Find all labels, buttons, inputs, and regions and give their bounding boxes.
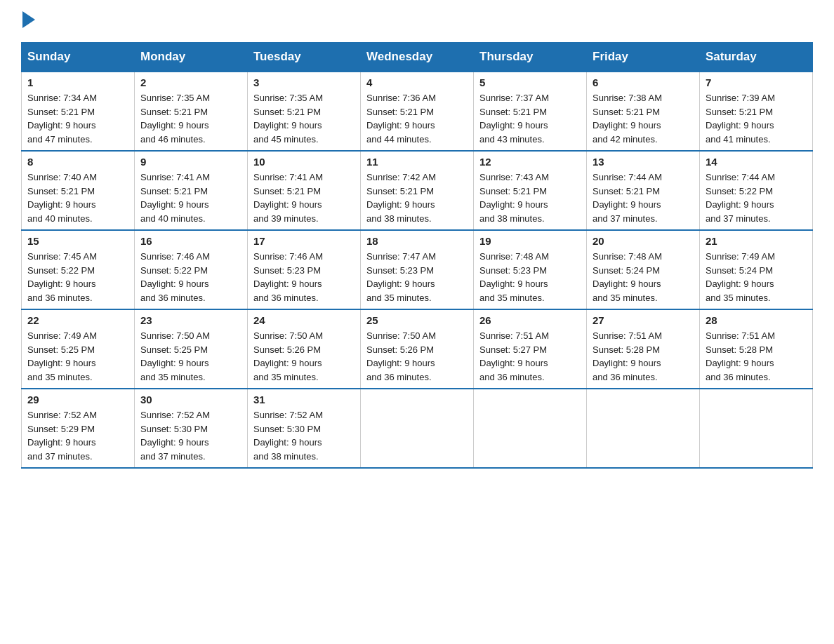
day-info: Sunrise: 7:50 AMSunset: 5:25 PMDaylight:…	[140, 329, 241, 384]
day-info: Sunrise: 7:52 AMSunset: 5:30 PMDaylight:…	[253, 408, 355, 463]
calendar-cell-w4d6	[700, 389, 813, 468]
day-info: Sunrise: 7:45 AMSunset: 5:22 PMDaylight:…	[27, 250, 128, 304]
day-number: 13	[593, 156, 694, 168]
day-number: 14	[706, 156, 807, 168]
day-number: 22	[27, 314, 128, 326]
day-number: 25	[366, 314, 468, 326]
calendar-cell-w3d0: 22Sunrise: 7:49 AMSunset: 5:25 PMDayligh…	[22, 309, 135, 389]
day-number: 31	[253, 394, 355, 405]
day-info: Sunrise: 7:51 AMSunset: 5:28 PMDaylight:…	[706, 329, 807, 384]
calendar-cell-w0d4: 5Sunrise: 7:37 AMSunset: 5:21 PMDaylight…	[474, 72, 587, 151]
calendar-cell-w1d3: 11Sunrise: 7:42 AMSunset: 5:21 PMDayligh…	[361, 151, 474, 230]
day-info: Sunrise: 7:39 AMSunset: 5:21 PMDaylight:…	[706, 91, 807, 146]
day-info: Sunrise: 7:35 AMSunset: 5:21 PMDaylight:…	[253, 91, 355, 146]
calendar-header-friday: Friday	[587, 43, 700, 72]
day-info: Sunrise: 7:42 AMSunset: 5:21 PMDaylight:…	[366, 170, 468, 225]
calendar-header-sunday: Sunday	[22, 43, 135, 72]
day-info: Sunrise: 7:34 AMSunset: 5:21 PMDaylight:…	[27, 91, 128, 146]
day-info: Sunrise: 7:44 AMSunset: 5:22 PMDaylight:…	[706, 170, 807, 225]
day-info: Sunrise: 7:46 AMSunset: 5:23 PMDaylight:…	[253, 250, 355, 304]
calendar-cell-w1d0: 8Sunrise: 7:40 AMSunset: 5:21 PMDaylight…	[22, 151, 135, 230]
day-number: 19	[479, 235, 581, 247]
calendar-header-wednesday: Wednesday	[361, 43, 474, 72]
day-info: Sunrise: 7:40 AMSunset: 5:21 PMDaylight:…	[27, 170, 128, 225]
calendar-header-thursday: Thursday	[474, 43, 587, 72]
calendar-cell-w4d5	[587, 389, 700, 468]
calendar-cell-w2d1: 16Sunrise: 7:46 AMSunset: 5:22 PMDayligh…	[135, 230, 248, 309]
calendar-cell-w1d1: 9Sunrise: 7:41 AMSunset: 5:21 PMDaylight…	[135, 151, 248, 230]
day-number: 27	[593, 314, 694, 326]
day-number: 9	[140, 156, 241, 168]
calendar-cell-w3d5: 27Sunrise: 7:51 AMSunset: 5:28 PMDayligh…	[587, 309, 700, 389]
day-number: 21	[706, 235, 807, 247]
day-info: Sunrise: 7:48 AMSunset: 5:24 PMDaylight:…	[593, 250, 694, 304]
calendar-header-tuesday: Tuesday	[248, 43, 361, 72]
calendar-week-row-2: 8Sunrise: 7:40 AMSunset: 5:21 PMDaylight…	[22, 151, 813, 230]
day-number: 28	[706, 314, 807, 326]
day-number: 1	[27, 76, 128, 88]
calendar-cell-w3d1: 23Sunrise: 7:50 AMSunset: 5:25 PMDayligh…	[135, 309, 248, 389]
day-number: 26	[479, 314, 581, 326]
day-info: Sunrise: 7:47 AMSunset: 5:23 PMDaylight:…	[366, 250, 468, 304]
day-number: 6	[593, 76, 694, 88]
calendar-week-row-4: 22Sunrise: 7:49 AMSunset: 5:25 PMDayligh…	[22, 309, 813, 389]
calendar-cell-w2d0: 15Sunrise: 7:45 AMSunset: 5:22 PMDayligh…	[22, 230, 135, 309]
day-info: Sunrise: 7:36 AMSunset: 5:21 PMDaylight:…	[366, 91, 468, 146]
day-number: 10	[253, 156, 355, 168]
calendar-cell-w4d2: 31Sunrise: 7:52 AMSunset: 5:30 PMDayligh…	[248, 389, 361, 468]
day-number: 24	[253, 314, 355, 326]
calendar-cell-w2d4: 19Sunrise: 7:48 AMSunset: 5:23 PMDayligh…	[474, 230, 587, 309]
day-info: Sunrise: 7:37 AMSunset: 5:21 PMDaylight:…	[479, 91, 581, 146]
day-number: 8	[27, 156, 128, 168]
day-number: 15	[27, 235, 128, 247]
day-number: 17	[253, 235, 355, 247]
calendar-cell-w2d5: 20Sunrise: 7:48 AMSunset: 5:24 PMDayligh…	[587, 230, 700, 309]
day-info: Sunrise: 7:51 AMSunset: 5:28 PMDaylight:…	[593, 329, 694, 384]
day-number: 30	[140, 394, 241, 405]
day-number: 16	[140, 235, 241, 247]
calendar-week-row-5: 29Sunrise: 7:52 AMSunset: 5:29 PMDayligh…	[22, 389, 813, 468]
day-info: Sunrise: 7:44 AMSunset: 5:21 PMDaylight:…	[593, 170, 694, 225]
day-info: Sunrise: 7:48 AMSunset: 5:23 PMDaylight:…	[479, 250, 581, 304]
day-number: 5	[479, 76, 581, 88]
day-info: Sunrise: 7:35 AMSunset: 5:21 PMDaylight:…	[140, 91, 241, 146]
calendar-cell-w0d2: 3Sunrise: 7:35 AMSunset: 5:21 PMDaylight…	[248, 72, 361, 151]
day-number: 20	[593, 235, 694, 247]
calendar-cell-w0d0: 1Sunrise: 7:34 AMSunset: 5:21 PMDaylight…	[22, 72, 135, 151]
day-number: 7	[706, 76, 807, 88]
day-number: 18	[366, 235, 468, 247]
calendar-week-row-1: 1Sunrise: 7:34 AMSunset: 5:21 PMDaylight…	[22, 72, 813, 151]
day-number: 29	[27, 394, 128, 405]
calendar-week-row-3: 15Sunrise: 7:45 AMSunset: 5:22 PMDayligh…	[22, 230, 813, 309]
calendar-cell-w2d6: 21Sunrise: 7:49 AMSunset: 5:24 PMDayligh…	[700, 230, 813, 309]
calendar-cell-w3d3: 25Sunrise: 7:50 AMSunset: 5:26 PMDayligh…	[361, 309, 474, 389]
calendar-cell-w1d5: 13Sunrise: 7:44 AMSunset: 5:21 PMDayligh…	[587, 151, 700, 230]
day-info: Sunrise: 7:52 AMSunset: 5:30 PMDaylight:…	[140, 408, 241, 463]
day-info: Sunrise: 7:50 AMSunset: 5:26 PMDaylight:…	[366, 329, 468, 384]
calendar-cell-w3d4: 26Sunrise: 7:51 AMSunset: 5:27 PMDayligh…	[474, 309, 587, 389]
logo-arrow-icon	[22, 11, 35, 28]
day-info: Sunrise: 7:43 AMSunset: 5:21 PMDaylight:…	[479, 170, 581, 225]
calendar-cell-w3d6: 28Sunrise: 7:51 AMSunset: 5:28 PMDayligh…	[700, 309, 813, 389]
day-info: Sunrise: 7:49 AMSunset: 5:25 PMDaylight:…	[27, 329, 128, 384]
page-header	[21, 14, 813, 28]
calendar-table: SundayMondayTuesdayWednesdayThursdayFrid…	[21, 42, 813, 469]
day-number: 23	[140, 314, 241, 326]
day-info: Sunrise: 7:49 AMSunset: 5:24 PMDaylight:…	[706, 250, 807, 304]
calendar-cell-w4d0: 29Sunrise: 7:52 AMSunset: 5:29 PMDayligh…	[22, 389, 135, 468]
day-info: Sunrise: 7:52 AMSunset: 5:29 PMDaylight:…	[27, 408, 128, 463]
day-number: 11	[366, 156, 468, 168]
calendar-cell-w2d3: 18Sunrise: 7:47 AMSunset: 5:23 PMDayligh…	[361, 230, 474, 309]
day-info: Sunrise: 7:38 AMSunset: 5:21 PMDaylight:…	[593, 91, 694, 146]
calendar-cell-w0d1: 2Sunrise: 7:35 AMSunset: 5:21 PMDaylight…	[135, 72, 248, 151]
calendar-cell-w2d2: 17Sunrise: 7:46 AMSunset: 5:23 PMDayligh…	[248, 230, 361, 309]
day-info: Sunrise: 7:46 AMSunset: 5:22 PMDaylight:…	[140, 250, 241, 304]
day-info: Sunrise: 7:50 AMSunset: 5:26 PMDaylight:…	[253, 329, 355, 384]
calendar-cell-w4d1: 30Sunrise: 7:52 AMSunset: 5:30 PMDayligh…	[135, 389, 248, 468]
calendar-cell-w1d4: 12Sunrise: 7:43 AMSunset: 5:21 PMDayligh…	[474, 151, 587, 230]
calendar-cell-w0d5: 6Sunrise: 7:38 AMSunset: 5:21 PMDaylight…	[587, 72, 700, 151]
calendar-cell-w4d3	[361, 389, 474, 468]
day-number: 4	[366, 76, 468, 88]
calendar-header-saturday: Saturday	[700, 43, 813, 72]
day-info: Sunrise: 7:51 AMSunset: 5:27 PMDaylight:…	[479, 329, 581, 384]
